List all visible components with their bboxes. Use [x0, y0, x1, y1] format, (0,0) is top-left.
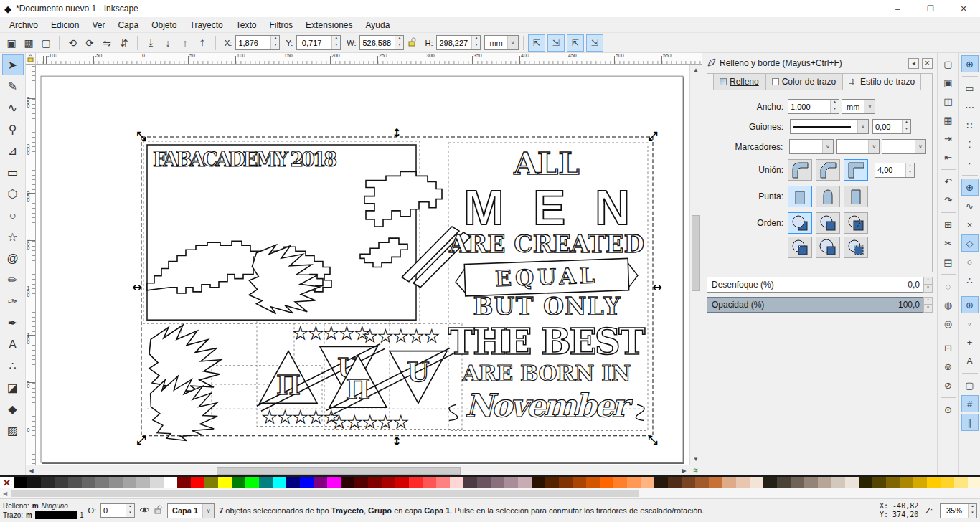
color-swatch[interactable]	[55, 477, 68, 488]
rotate-ccw-button[interactable]: ⟲	[64, 34, 81, 52]
color-swatch[interactable]	[559, 477, 573, 488]
affect-corners-toggle[interactable]: ⇲	[547, 34, 565, 52]
w-spinner[interactable]: ▴▾	[395, 36, 403, 49]
palette-scrollbar[interactable]: ◀	[0, 488, 980, 498]
spiral-tool[interactable]: @	[2, 248, 24, 269]
color-swatch[interactable]	[314, 477, 327, 488]
color-swatch[interactable]	[627, 477, 641, 488]
snap-grid-toggle[interactable]: #	[961, 395, 979, 412]
pencil-tool[interactable]: ✏	[2, 270, 24, 290]
color-swatch[interactable]	[191, 477, 204, 488]
lower-button[interactable]: ↓	[159, 34, 176, 52]
zoom-input[interactable]	[941, 506, 968, 515]
color-swatch[interactable]	[136, 477, 150, 488]
color-swatch[interactable]	[941, 477, 954, 488]
color-swatch[interactable]	[436, 477, 450, 488]
ellipse-tool[interactable]: ○	[2, 205, 24, 226]
lower-to-bottom-button[interactable]: ⤓	[142, 34, 159, 52]
color-swatch[interactable]	[654, 477, 668, 488]
palette-scroll-left-icon[interactable]: ◀	[0, 490, 10, 497]
color-swatch[interactable]	[968, 477, 980, 488]
snap-bbox-corners-toggle[interactable]: ∷	[961, 117, 979, 134]
mid-marker-dropdown[interactable]: —∨	[836, 139, 880, 154]
order-stroke-markers-fill-button[interactable]	[816, 237, 840, 258]
color-swatch[interactable]	[613, 477, 627, 488]
calligraphy-tool[interactable]: ✒	[2, 313, 24, 333]
stroke-width-input[interactable]	[788, 103, 830, 111]
color-swatch[interactable]	[954, 477, 968, 488]
join-miter-button[interactable]	[844, 159, 868, 181]
rotate-cw-button[interactable]: ⟳	[81, 34, 98, 52]
affect-gradients-toggle[interactable]: ⇱	[567, 34, 584, 52]
order-markers-stroke-fill-button[interactable]	[844, 237, 868, 258]
stroke-color-swatch[interactable]	[35, 511, 77, 519]
color-swatch[interactable]	[763, 477, 777, 488]
color-swatch[interactable]	[382, 477, 395, 488]
undo-button[interactable]: ↶	[940, 173, 957, 190]
menu-item[interactable]: Objeto	[145, 18, 183, 32]
copy-button[interactable]: ⊞	[940, 216, 957, 233]
color-swatch[interactable]	[450, 477, 463, 488]
cap-round-button[interactable]	[816, 186, 840, 207]
canvas-viewport[interactable]: FABACADEMY 2018	[36, 65, 689, 465]
color-swatch[interactable]	[395, 477, 409, 488]
snap-rotation-centers-toggle[interactable]: +	[961, 333, 979, 351]
color-swatch[interactable]	[327, 477, 341, 488]
layer-visibility-icon[interactable]	[139, 506, 150, 516]
zoom-page-button[interactable]: ◎	[940, 315, 957, 332]
menu-item[interactable]: Trayecto	[184, 18, 230, 32]
order-stroke-fill-markers-button[interactable]	[816, 212, 840, 234]
node-tool[interactable]: ✎	[2, 76, 24, 97]
print-button[interactable]: ▦	[940, 111, 957, 128]
order-fill-markers-stroke-button[interactable]	[788, 237, 812, 258]
color-swatch[interactable]	[750, 477, 763, 488]
join-bevel-button[interactable]	[816, 159, 840, 181]
tab-fill[interactable]: Relleno	[713, 73, 765, 90]
measure-tool[interactable]: ⊿	[2, 141, 24, 161]
zoom-tool[interactable]: ⚲	[2, 119, 24, 140]
color-swatch[interactable]	[164, 477, 177, 488]
object-opacity-input[interactable]	[101, 506, 126, 515]
maximize-button[interactable]: ❐	[914, 0, 947, 17]
duplicate-button[interactable]: ⊡	[940, 339, 957, 356]
eraser-tool[interactable]: ◪	[2, 377, 24, 398]
selector-tool[interactable]: ➤	[2, 54, 24, 75]
y-input[interactable]	[297, 39, 331, 47]
color-swatch[interactable]	[463, 477, 477, 488]
star-tool[interactable]: ☆	[2, 227, 24, 247]
sticky-zoom-icon[interactable]: ≋	[689, 467, 702, 474]
zoom-drawing-button[interactable]: ◍	[940, 296, 957, 313]
blur-spinner[interactable]: ▴▾	[923, 277, 933, 293]
snap-bbox-midpoints-toggle[interactable]: ⁚	[961, 136, 979, 153]
menu-item[interactable]: Archivo	[3, 18, 44, 32]
stroke-unit-dropdown[interactable]: mm∨	[842, 99, 875, 114]
snap-cusp-nodes-toggle[interactable]: ◇	[961, 234, 979, 252]
color-swatch[interactable]	[886, 477, 900, 488]
miter-limit-input[interactable]	[875, 166, 905, 174]
bezier-tool[interactable]: ✑	[2, 291, 24, 312]
color-swatch[interactable]	[573, 477, 586, 488]
dock-collapse-button[interactable]: ◂	[908, 58, 919, 69]
color-swatch[interactable]	[545, 477, 559, 488]
color-swatch[interactable]	[532, 477, 545, 488]
lock-ratio-icon[interactable]	[408, 37, 416, 49]
snap-midpoints-toggle[interactable]: ∴	[961, 272, 979, 289]
zoom-spinner[interactable]: ▴▾	[968, 504, 976, 518]
color-swatch[interactable]	[423, 477, 436, 488]
unlink-clone-button[interactable]: ⊘	[940, 376, 957, 394]
vscroll-thumb[interactable]	[692, 215, 700, 291]
scroll-up-icon[interactable]: ▲	[693, 65, 699, 75]
tab-stroke-style[interactable]: ⇶Estilo de trazo	[842, 73, 921, 90]
horizontal-scrollbar[interactable]: ◀ ▶ ≋	[26, 465, 702, 475]
snap-page-border-toggle[interactable]: ▢	[961, 376, 979, 394]
menu-item[interactable]: Ver	[85, 18, 111, 32]
color-swatch[interactable]	[27, 477, 41, 488]
x-spinner[interactable]: ▴▾	[270, 36, 279, 49]
tab-stroke-paint[interactable]: Color de trazo	[765, 73, 842, 90]
new-document-button[interactable]: ▢	[940, 55, 957, 72]
end-marker-dropdown[interactable]: —∨	[882, 139, 926, 154]
snap-nodes-toggle[interactable]: ⊕	[961, 179, 979, 196]
unit-dropdown[interactable]: mm∨	[484, 35, 518, 50]
color-swatch[interactable]	[232, 477, 245, 488]
color-swatch[interactable]	[477, 477, 491, 488]
